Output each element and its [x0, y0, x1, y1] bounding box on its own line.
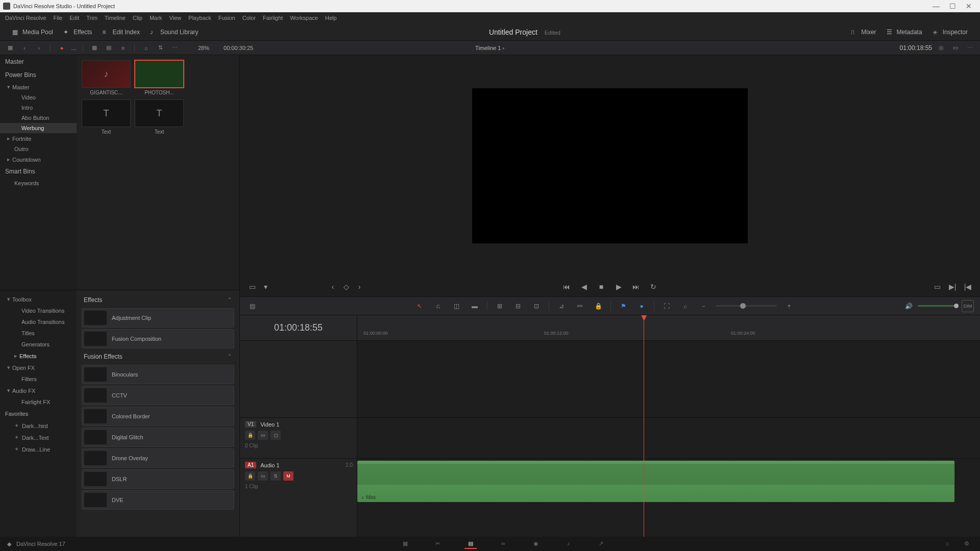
- sort-icon[interactable]: ⇅: [155, 43, 165, 53]
- master-bin[interactable]: Master: [0, 55, 77, 68]
- bin-intro[interactable]: Intro: [0, 103, 77, 113]
- audio-clip[interactable]: ♪fdas: [357, 461, 954, 502]
- mixer-tab[interactable]: ⎍Mixer: [846, 27, 881, 38]
- bin-fortnite[interactable]: ▸Fortnite: [0, 133, 77, 144]
- lock-audio-icon[interactable]: 🔒: [245, 471, 255, 481]
- bin-werbung[interactable]: Werbung: [0, 123, 77, 133]
- dim-icon[interactable]: DIM: [962, 300, 974, 312]
- nav-fwd-icon[interactable]: ›: [34, 43, 44, 53]
- bin-countdown[interactable]: ▸Countdown: [0, 154, 77, 165]
- go-start-icon[interactable]: ⏮: [561, 282, 572, 292]
- fusion-effects-group[interactable]: Fusion Effects: [80, 350, 236, 363]
- flag-icon[interactable]: ⚑: [617, 300, 629, 312]
- inspector-tab[interactable]: ⚹Inspector: [927, 27, 973, 38]
- menu-color[interactable]: Color: [242, 15, 256, 21]
- timeline-tracks[interactable]: 01:00:00:0001:00:12:0001:00:24:00 ♪fdas: [357, 315, 980, 537]
- blade-tool-icon[interactable]: ▬: [469, 300, 481, 312]
- menu-davinci-resolve[interactable]: DaVinci Resolve: [5, 15, 46, 21]
- zoom-slider[interactable]: [716, 305, 777, 307]
- fxcat-audio-transitions[interactable]: Audio Transitions: [0, 316, 77, 328]
- menu-fusion[interactable]: Fusion: [218, 15, 235, 21]
- audio-track-id[interactable]: A1: [245, 462, 256, 468]
- match-frame-icon[interactable]: ▭: [932, 282, 942, 292]
- effect-binoculars[interactable]: Binoculars: [82, 365, 234, 384]
- list-view-icon[interactable]: ≡: [118, 43, 128, 53]
- strip-view-icon[interactable]: ▤: [104, 43, 114, 53]
- playhead[interactable]: [644, 315, 644, 537]
- settings-icon[interactable]: ⚙: [961, 539, 973, 549]
- fxcat-titles[interactable]: Titles: [0, 328, 77, 339]
- bin-master[interactable]: ▾Master: [0, 82, 77, 92]
- chevron-down-icon[interactable]: ▾: [260, 282, 271, 292]
- fxcat-effects[interactable]: ▸Effects: [0, 350, 77, 362]
- menu-mark[interactable]: Mark: [150, 15, 162, 21]
- close-button[interactable]: ✕: [961, 2, 977, 10]
- viewer-options-icon[interactable]: ⋯: [965, 43, 975, 53]
- nav-back-icon[interactable]: ‹: [19, 43, 30, 53]
- trim-tool-icon[interactable]: ⎌: [432, 300, 444, 312]
- menu-timeline[interactable]: Timeline: [105, 15, 126, 21]
- step-back-icon[interactable]: ◀: [579, 282, 589, 292]
- cut-page-icon[interactable]: ✂: [432, 539, 444, 549]
- arm-record-icon[interactable]: ▭: [258, 471, 268, 481]
- menu-help[interactable]: Help: [325, 15, 337, 21]
- bin-video[interactable]: Video: [0, 92, 77, 103]
- clip-gigantisc[interactable]: ♪GIGANTISC...: [82, 60, 131, 95]
- fxcat-video-transitions[interactable]: Video Transitions: [0, 305, 77, 316]
- fav-darkhird[interactable]: ✦Dark...hird: [0, 420, 77, 432]
- menu-workspace[interactable]: Workspace: [290, 15, 318, 21]
- zoom-in-icon[interactable]: +: [783, 300, 795, 312]
- step-forward-icon[interactable]: ▶|: [947, 282, 958, 292]
- solo-icon[interactable]: S: [271, 471, 281, 481]
- bin-outro[interactable]: Outro: [0, 144, 77, 154]
- menu-view[interactable]: View: [169, 15, 181, 21]
- stop-icon[interactable]: ■: [596, 282, 606, 292]
- disable-track-icon[interactable]: ◻: [271, 431, 281, 440]
- edit-index-tab[interactable]: ≡Edit Index: [97, 27, 145, 38]
- media-page-icon[interactable]: ▦: [399, 539, 411, 549]
- zoom-to-fit-icon[interactable]: ⛶: [660, 300, 673, 312]
- clip-text[interactable]: TText: [135, 99, 184, 135]
- minimize-button[interactable]: —: [928, 2, 944, 10]
- video-track-id[interactable]: V1: [245, 421, 256, 428]
- effects-group[interactable]: Effects: [80, 293, 236, 307]
- bin-abo-button[interactable]: Abo Button: [0, 113, 77, 123]
- audio-track-lane[interactable]: ♪fdas: [357, 458, 980, 504]
- effects-tab[interactable]: ✦Effects: [58, 27, 97, 38]
- zoom-percent[interactable]: 28%: [198, 45, 209, 51]
- viewer[interactable]: [240, 55, 980, 277]
- fusion-page-icon[interactable]: ∞: [497, 539, 509, 549]
- loop-icon[interactable]: ↻: [648, 282, 658, 292]
- menu-edit[interactable]: Edit: [69, 15, 79, 21]
- bin-view-icon[interactable]: ▦: [5, 43, 15, 53]
- fairlight-page-icon[interactable]: ♪: [562, 539, 575, 549]
- menu-fairlight[interactable]: Fairlight: [263, 15, 283, 21]
- menu-trim[interactable]: Trim: [86, 15, 97, 21]
- snap-icon[interactable]: ⊿: [555, 300, 568, 312]
- lock-icon[interactable]: 🔒: [592, 300, 604, 312]
- selection-tool-icon[interactable]: ↖: [413, 300, 426, 312]
- deliver-page-icon[interactable]: ↗: [595, 539, 607, 549]
- menu-file[interactable]: File: [54, 15, 63, 21]
- dynamic-trim-icon[interactable]: ◫: [450, 300, 462, 312]
- link-icon[interactable]: ⚯: [574, 300, 586, 312]
- search-icon[interactable]: ⌕: [141, 43, 151, 53]
- effect-adjustment-clip[interactable]: Adjustment Clip: [82, 308, 234, 328]
- effect-dve[interactable]: DVE: [82, 490, 234, 510]
- play-icon[interactable]: ▶: [614, 282, 624, 292]
- lock-track-icon[interactable]: 🔒: [245, 431, 255, 440]
- sound-library-tab[interactable]: ♪Sound Library: [145, 27, 204, 38]
- fav-darktext[interactable]: ✦Dark...Text: [0, 432, 77, 443]
- clip-photosh[interactable]: PHOTOSH...: [135, 60, 184, 95]
- single-viewer-icon[interactable]: ▭: [950, 43, 961, 53]
- effect-dslr[interactable]: DSLR: [82, 469, 234, 489]
- detail-zoom-icon[interactable]: ⌕: [679, 300, 691, 312]
- bypass-icon[interactable]: ◎: [936, 43, 946, 53]
- prev-marker-icon[interactable]: ‹: [328, 282, 338, 292]
- color-page-icon[interactable]: ◉: [530, 539, 542, 549]
- step-end-icon[interactable]: |◀: [963, 282, 973, 292]
- edit-page-icon[interactable]: ▤: [464, 539, 477, 549]
- overwrite-icon[interactable]: ⊟: [512, 300, 524, 312]
- replace-icon[interactable]: ⊡: [530, 300, 543, 312]
- fxcat-filters[interactable]: Filters: [0, 373, 77, 385]
